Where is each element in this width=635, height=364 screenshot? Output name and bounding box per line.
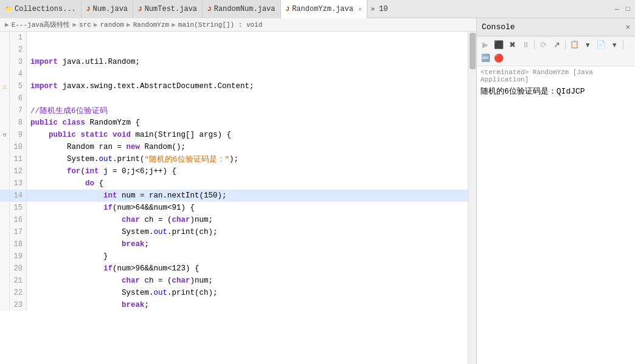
- code-content[interactable]: 123import java.util.Random;4⚠5import jav…: [0, 32, 468, 364]
- collapse-icon: ⊖: [0, 129, 10, 141]
- collections-icon: 📁: [5, 5, 12, 13]
- line-number: 1: [10, 32, 27, 44]
- console-terminated-text: <terminated> RandomYzm [Java Application…: [481, 69, 631, 83]
- tab-numtest[interactable]: J NumTest.java: [133, 0, 203, 18]
- console-font-btn[interactable]: 🔤: [479, 52, 491, 64]
- code-line[interactable]: for(int j = 0;j<6;j++) {: [27, 165, 468, 177]
- code-line[interactable]: if(num>64&&num<91) {: [27, 202, 468, 214]
- tab-collections[interactable]: 📁 Collections...: [0, 0, 82, 18]
- line-wrapper: 18 break;: [0, 238, 468, 250]
- line-wrapper: 7//随机生成6位验证码: [0, 105, 468, 117]
- code-line[interactable]: //随机生成6位验证码: [27, 105, 468, 117]
- console-content: <terminated> RandomYzm [Java Application…: [477, 66, 635, 364]
- console-dropdown1-btn[interactable]: ▾: [581, 38, 594, 50]
- code-line[interactable]: }: [27, 250, 468, 263]
- line-indicator: [0, 32, 10, 44]
- console-output-text: 随机的6位验证码是：QIdJCP: [481, 86, 631, 97]
- console-clear-btn[interactable]: 📄: [595, 38, 607, 50]
- line-wrapper: 4: [0, 68, 468, 80]
- line-wrapper: 1: [0, 32, 468, 44]
- breadcrumb-icon: ▶: [5, 21, 9, 29]
- line-number: 8: [10, 117, 27, 129]
- code-line[interactable]: int num = ran.nextInt(150);: [27, 190, 468, 202]
- code-line[interactable]: System.out.print(ch);: [27, 226, 468, 238]
- tab-label: Num.java: [92, 5, 128, 13]
- code-line[interactable]: char ch = (char)num;: [27, 214, 468, 226]
- console-pause-btn[interactable]: ⏸: [519, 38, 532, 50]
- line-indicator: [0, 165, 10, 177]
- console-run-btn[interactable]: ▶: [479, 38, 491, 50]
- code-line[interactable]: [27, 92, 468, 105]
- breadcrumb: ▶ E---java高级特性 ▶ src ▶ random ▶ RandomYz…: [0, 18, 476, 32]
- line-indicator: [0, 92, 10, 105]
- console-stop-btn[interactable]: ⬛: [493, 38, 505, 50]
- breadcrumb-part1[interactable]: E---java高级特性: [12, 20, 71, 29]
- line-number: 2: [10, 44, 27, 56]
- line-number: 13: [10, 177, 27, 190]
- code-line[interactable]: [27, 68, 468, 80]
- line-indicator: [0, 250, 10, 263]
- breadcrumb-part4[interactable]: RandomYzm: [133, 21, 169, 29]
- line-indicator: [0, 153, 10, 165]
- tab-randomyzm[interactable]: J RandomYzm.java ✕: [281, 0, 367, 18]
- line-indicator: [0, 202, 10, 214]
- tab-randomnum[interactable]: J RandomNum.java: [203, 0, 280, 18]
- line-wrapper: 15 if(num>64&&num<91) {: [0, 202, 468, 214]
- code-line[interactable]: [27, 44, 468, 56]
- java-icon: J: [138, 5, 142, 13]
- editor-panel: ▶ E---java高级特性 ▶ src ▶ random ▶ RandomYz…: [0, 18, 477, 364]
- overflow-count: 10: [379, 5, 387, 13]
- breadcrumb-part3[interactable]: random: [100, 21, 125, 29]
- line-number: 7: [10, 105, 27, 117]
- console-header: Console ✕: [477, 18, 635, 36]
- code-line[interactable]: char ch = (char)num;: [27, 275, 468, 287]
- line-wrapper: 12 for(int j = 0;j<6;j++) {: [0, 165, 468, 177]
- line-indicator: [0, 214, 10, 226]
- breadcrumb-part5[interactable]: main(String[]) : void: [178, 21, 263, 29]
- line-number: 19: [10, 250, 27, 263]
- tab-label: Collections...: [15, 5, 76, 13]
- console-open-btn[interactable]: ↗: [550, 38, 563, 50]
- tab-label: RandomYzm.java: [292, 5, 353, 13]
- toolbar-separator3: [623, 39, 623, 49]
- breadcrumb-part2[interactable]: src: [79, 21, 91, 29]
- code-line[interactable]: System.out.print("随机的6位验证码是：");: [27, 153, 468, 165]
- console-step-btn[interactable]: ⟳: [537, 38, 549, 50]
- line-indicator: [0, 287, 10, 299]
- minimize-btn[interactable]: —: [612, 4, 622, 14]
- console-title: Console: [482, 22, 515, 32]
- tab-num[interactable]: J Num.java: [82, 0, 133, 18]
- close-tab-icon[interactable]: ✕: [358, 5, 362, 13]
- line-wrapper: 21 char ch = (char)num;: [0, 275, 468, 287]
- java-icon: J: [207, 5, 212, 13]
- code-line[interactable]: break;: [27, 299, 468, 311]
- code-line[interactable]: import javax.swing.text.AbstractDocument…: [27, 80, 468, 92]
- java-icon: J: [86, 5, 91, 13]
- code-line[interactable]: if(num>96&&num<123) {: [27, 263, 468, 275]
- code-line[interactable]: import java.util.Random;: [27, 56, 468, 68]
- scrollbar-thumb[interactable]: [470, 33, 476, 69]
- line-number: 12: [10, 165, 27, 177]
- console-dropdown2-btn[interactable]: ▾: [608, 38, 620, 50]
- line-indicator: [0, 44, 10, 56]
- code-editor[interactable]: 123import java.util.Random;4⚠5import jav…: [0, 32, 476, 364]
- code-line[interactable]: Random ran = new Random();: [27, 141, 468, 153]
- code-line[interactable]: public class RandomYzm {: [27, 117, 468, 129]
- console-terminate-btn[interactable]: ✖: [506, 38, 518, 50]
- line-indicator: [0, 190, 10, 202]
- console-record-btn[interactable]: 🔴: [493, 52, 505, 64]
- console-copy-btn[interactable]: 📋: [568, 38, 580, 50]
- code-line[interactable]: [27, 32, 468, 44]
- code-line[interactable]: do {: [27, 177, 468, 190]
- maximize-btn[interactable]: □: [623, 4, 633, 14]
- line-indicator: [0, 177, 10, 190]
- line-indicator: [0, 263, 10, 275]
- line-number: 6: [10, 92, 27, 105]
- editor-scrollbar[interactable]: [468, 32, 476, 364]
- code-line[interactable]: System.out.print(ch);: [27, 287, 468, 299]
- tab-overflow-indicator[interactable]: » 10: [367, 5, 392, 13]
- code-line[interactable]: public static void main(String[] args) {: [27, 129, 468, 141]
- console-tab-close[interactable]: ✕: [626, 22, 630, 32]
- line-indicator: [0, 275, 10, 287]
- code-line[interactable]: break;: [27, 238, 468, 250]
